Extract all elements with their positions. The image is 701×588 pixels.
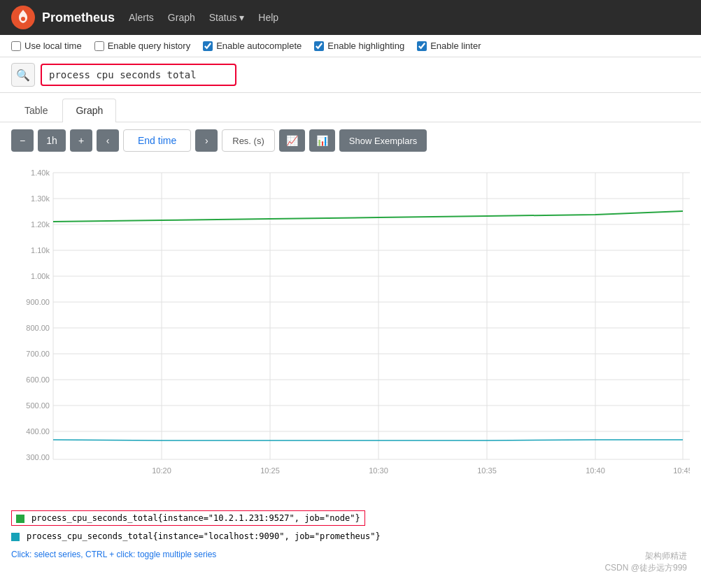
linter-label: Enable linter — [430, 41, 481, 51]
chart-container: 1.40k 1.30k 1.20k 1.10k 1.00k 900.00 800… — [0, 159, 701, 503]
highlighting-label: Enable highlighting — [327, 41, 404, 51]
query-history-checkbox[interactable] — [94, 41, 104, 51]
chart-svg: 1.40k 1.30k 1.20k 1.10k 1.00k 900.00 800… — [11, 159, 690, 501]
use-local-time-checkbox[interactable] — [11, 41, 21, 51]
svg-text:500.00: 500.00 — [26, 401, 50, 410]
query-history-option[interactable]: Enable query history — [94, 41, 191, 51]
nav-alerts[interactable]: Alerts — [129, 9, 154, 26]
show-exemplars-button[interactable]: Show Exemplars — [339, 129, 427, 152]
duration-input[interactable] — [38, 129, 66, 152]
tab-graph[interactable]: Graph — [62, 99, 116, 122]
chart-stacked-icon-button[interactable]: 📊 — [309, 129, 335, 152]
linter-option[interactable]: Enable linter — [417, 41, 481, 51]
navbar: Prometheus Alerts Graph Status ▾ Help — [0, 0, 701, 35]
legend-color-node — [16, 515, 24, 523]
use-local-time-option[interactable]: Use local time — [11, 41, 82, 51]
brand: Prometheus — [11, 6, 115, 29]
duration-plus-button[interactable]: + — [70, 129, 92, 152]
duration-minus-button[interactable]: − — [11, 129, 34, 152]
highlighting-option[interactable]: Enable highlighting — [314, 41, 404, 51]
linter-checkbox[interactable] — [417, 41, 427, 51]
legend: process_cpu_seconds_total{instance="10.2… — [0, 503, 701, 566]
nav-help[interactable]: Help — [258, 9, 278, 26]
svg-point-1 — [21, 17, 25, 21]
legend-item-node[interactable]: process_cpu_seconds_total{instance="10.2… — [11, 510, 365, 526]
svg-rect-40 — [11, 533, 20, 541]
svg-text:10:40: 10:40 — [586, 466, 605, 475]
svg-text:10:45: 10:45 — [673, 466, 690, 475]
svg-text:600.00: 600.00 — [26, 375, 50, 384]
query-input[interactable] — [41, 64, 236, 86]
legend-label-node: process_cpu_seconds_total{instance="10.2… — [31, 513, 360, 523]
legend-item-prometheus[interactable]: process_cpu_seconds_total{instance="loca… — [11, 531, 690, 541]
autocomplete-option[interactable]: Enable autocomplete — [203, 41, 302, 51]
end-time-button[interactable]: End time — [123, 129, 191, 152]
svg-text:800.00: 800.00 — [26, 324, 50, 332]
time-next-button[interactable]: › — [195, 129, 218, 152]
svg-text:1.00k: 1.00k — [31, 272, 50, 280]
graph-controls: − + ‹ End time › Res. (s) 📈 📊 Show Exemp… — [0, 122, 701, 159]
svg-text:900.00: 900.00 — [26, 298, 50, 306]
use-local-time-label: Use local time — [24, 41, 82, 51]
tabs: Table Graph — [0, 93, 701, 122]
options-bar: Use local time Enable query history Enab… — [0, 35, 701, 57]
prometheus-logo — [11, 6, 35, 29]
svg-text:1.20k: 1.20k — [31, 220, 50, 229]
line-chart-icon: 📈 — [286, 135, 298, 146]
svg-rect-39 — [16, 515, 24, 523]
nav-graph[interactable]: Graph — [168, 9, 195, 26]
nav-status[interactable]: Status ▾ — [209, 9, 245, 26]
stacked-chart-icon: 📊 — [316, 135, 328, 146]
autocomplete-checkbox[interactable] — [203, 41, 213, 51]
brand-name: Prometheus — [42, 10, 115, 25]
resolution-button[interactable]: Res. (s) — [222, 129, 275, 152]
svg-text:1.40k: 1.40k — [31, 168, 50, 177]
chart-background — [11, 159, 690, 501]
svg-text:10:20: 10:20 — [152, 466, 171, 475]
chart-line-icon-button[interactable]: 📈 — [279, 129, 305, 152]
search-bar: 🔍 — [0, 57, 701, 93]
tab-table[interactable]: Table — [11, 99, 61, 122]
svg-text:700.00: 700.00 — [26, 350, 50, 358]
svg-text:300.00: 300.00 — [26, 453, 50, 461]
watermark: 架构师精进 CSDN @徒步远方999 — [604, 550, 687, 566]
query-history-label: Enable query history — [108, 41, 191, 51]
legend-color-prometheus — [11, 533, 20, 541]
svg-text:10:25: 10:25 — [260, 466, 280, 475]
search-button[interactable]: 🔍 — [11, 63, 35, 87]
legend-hint: Click: select series, CTRL + click: togg… — [11, 550, 690, 559]
svg-text:400.00: 400.00 — [26, 427, 50, 436]
svg-text:10:30: 10:30 — [369, 466, 388, 475]
svg-text:10:35: 10:35 — [477, 466, 497, 475]
svg-text:1.10k: 1.10k — [31, 246, 50, 254]
highlighting-checkbox[interactable] — [314, 41, 324, 51]
legend-label-prometheus: process_cpu_seconds_total{instance="loca… — [27, 531, 381, 541]
nav-links: Alerts Graph Status ▾ Help — [129, 9, 278, 26]
svg-text:1.30k: 1.30k — [31, 194, 50, 203]
autocomplete-label: Enable autocomplete — [216, 41, 302, 51]
time-prev-button[interactable]: ‹ — [97, 129, 119, 152]
